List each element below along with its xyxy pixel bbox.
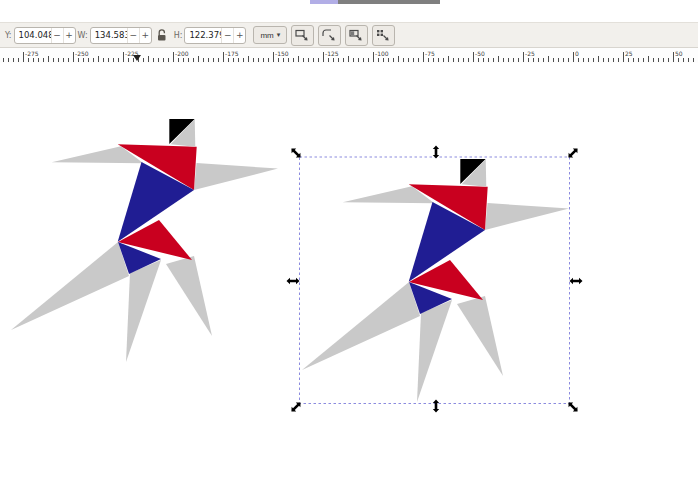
- scale-handle-right[interactable]: [570, 278, 583, 284]
- width-field-value[interactable]: 134.583: [91, 30, 127, 40]
- scale-handle-top-arrow-icon: [433, 146, 439, 159]
- ruler-label: -25: [525, 50, 535, 57]
- ruler-label: 50: [675, 50, 683, 57]
- ruler-label: -75: [425, 50, 435, 57]
- window-accent-bar: [310, 0, 338, 4]
- move-patterns-toggle[interactable]: [372, 25, 395, 46]
- ruler-label: -175: [225, 50, 239, 57]
- height-field-label: H:: [174, 31, 183, 40]
- ruler-label: -125: [325, 50, 339, 57]
- scale-handle-bottom[interactable]: [433, 400, 439, 413]
- figure-right-left-leg: [302, 282, 420, 370]
- ruler-label: 0: [575, 50, 579, 57]
- scale-handle-right-arrow-icon: [570, 278, 583, 284]
- width-increment-button[interactable]: +: [139, 28, 151, 43]
- figure-left-right-arm: [194, 163, 278, 190]
- scale-handle-bottom-right[interactable]: [566, 400, 580, 414]
- unit-dropdown[interactable]: mm ▾: [253, 26, 287, 44]
- width-field-label: W:: [78, 31, 88, 40]
- scale-handle-left[interactable]: [287, 278, 300, 284]
- y-increment-button[interactable]: +: [63, 28, 75, 43]
- window-top-edge: [0, 0, 698, 8]
- ruler-position-marker: [133, 55, 141, 61]
- pattern-icon: [376, 29, 391, 42]
- scale-handle-top-right-arrow-icon: [566, 146, 580, 160]
- unit-value: mm: [260, 31, 273, 40]
- drawing-area[interactable]: [0, 63, 698, 494]
- ruler-label: -275: [25, 50, 39, 57]
- scale-handle-bottom-arrow-icon: [433, 400, 439, 413]
- ruler-label: -200: [175, 50, 189, 57]
- width-field[interactable]: 134.583 − +: [90, 27, 152, 44]
- selector-toolbar: Y: 104.048 − + W: 134.583 − + H: 122.379…: [0, 22, 698, 48]
- scale-handle-top-left[interactable]: [289, 146, 303, 160]
- lock-width-height-toggle[interactable]: [155, 26, 169, 44]
- move-gradients-toggle[interactable]: [345, 25, 368, 46]
- figure-right[interactable]: [302, 159, 569, 402]
- gradient-icon: [349, 29, 364, 42]
- y-field-value[interactable]: 104.048: [15, 30, 51, 40]
- figure-right-right-arm: [485, 203, 569, 230]
- window-gray-bar: [338, 0, 440, 4]
- ruler-ticks: -275-250-225-200-175-150-125-100-75-50-2…: [0, 48, 698, 63]
- figure-left[interactable]: [11, 119, 278, 362]
- scale-handle-top-right[interactable]: [566, 146, 580, 160]
- scale-handle-left-arrow-icon: [287, 278, 300, 284]
- figure-right-front-leg: [417, 300, 452, 402]
- ruler-label: -150: [275, 50, 289, 57]
- ruler-label: 25: [625, 50, 633, 57]
- scale-handle-top-left-arrow-icon: [289, 146, 303, 160]
- ruler-label: -100: [375, 50, 389, 57]
- figure-left-front-leg: [126, 260, 161, 362]
- scale-handle-bottom-left-arrow-icon: [289, 400, 303, 414]
- scale-handle-bottom-left[interactable]: [289, 400, 303, 414]
- scale-rounded-corners-toggle[interactable]: [318, 25, 341, 46]
- scale-handle-top[interactable]: [433, 146, 439, 159]
- figure-right-back-leg: [457, 296, 503, 376]
- chevron-down-icon: ▾: [277, 31, 281, 39]
- y-field[interactable]: 104.048 − +: [14, 27, 76, 44]
- y-field-label: Y:: [5, 31, 12, 40]
- rounded-corner-icon: [322, 29, 337, 42]
- height-increment-button[interactable]: +: [233, 28, 245, 43]
- height-field[interactable]: 122.379 − +: [184, 27, 246, 44]
- height-field-value[interactable]: 122.379: [185, 30, 221, 40]
- ruler-label: -50: [475, 50, 485, 57]
- ruler-label: -250: [75, 50, 89, 57]
- height-decrement-button[interactable]: −: [221, 28, 233, 43]
- horizontal-ruler[interactable]: -275-250-225-200-175-150-125-100-75-50-2…: [0, 48, 698, 63]
- lock-open-icon: [156, 28, 168, 42]
- scale-stroke-width-toggle[interactable]: [291, 25, 314, 46]
- figure-left-back-leg: [166, 256, 212, 336]
- scale-handle-bottom-right-arrow-icon: [566, 400, 580, 414]
- figure-left-left-leg: [11, 242, 129, 330]
- scale-stroke-icon: [295, 29, 310, 42]
- width-decrement-button[interactable]: −: [127, 28, 139, 43]
- canvas[interactable]: [0, 63, 698, 494]
- y-decrement-button[interactable]: −: [51, 28, 63, 43]
